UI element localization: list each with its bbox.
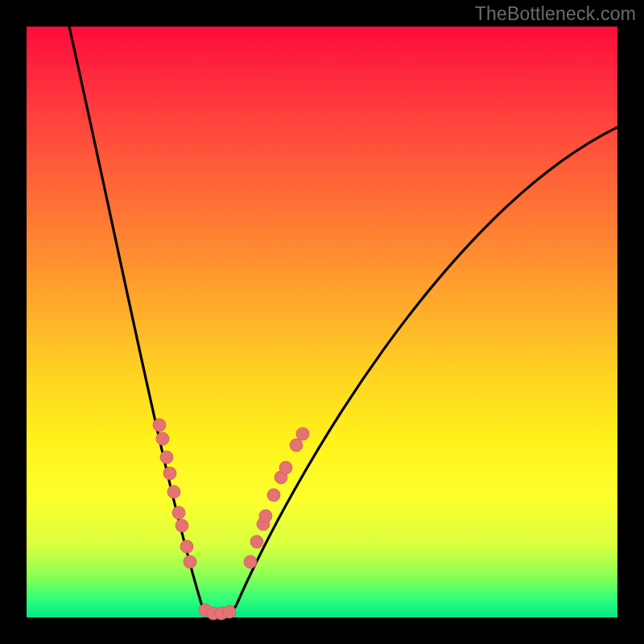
dot — [223, 605, 236, 618]
dots-right — [244, 427, 309, 568]
plot-area — [27, 27, 617, 617]
dot — [184, 555, 196, 568]
dot — [250, 535, 263, 548]
dot — [167, 485, 180, 498]
dot — [296, 427, 309, 440]
dot — [163, 467, 176, 480]
dot — [156, 432, 169, 445]
dot — [267, 489, 280, 502]
dot — [279, 461, 292, 474]
dot — [290, 439, 303, 452]
dot — [259, 510, 272, 522]
dots-bottom — [199, 604, 236, 620]
dot — [175, 519, 188, 532]
dot — [160, 451, 173, 464]
dot — [172, 506, 185, 519]
bottleneck-curve — [69, 27, 617, 615]
dot — [153, 419, 166, 431]
watermark-text: TheBottleneck.com — [475, 3, 636, 25]
dot — [244, 555, 257, 568]
dots-left — [153, 419, 196, 568]
outer-frame: TheBottleneck.com — [0, 0, 644, 644]
dot — [180, 540, 193, 553]
curve-svg — [27, 27, 617, 617]
